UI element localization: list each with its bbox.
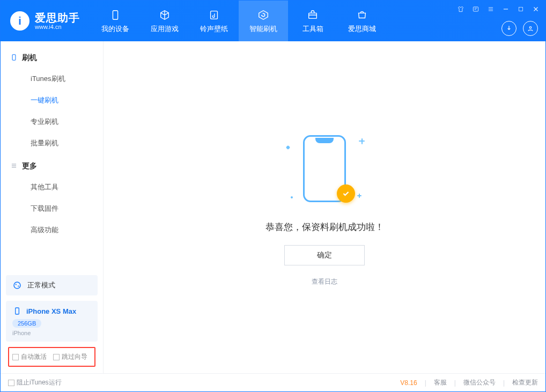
minimize-button[interactable] bbox=[501, 5, 510, 13]
bottom-options-highlight: 自动激活 跳过向导 bbox=[8, 347, 95, 367]
cube-icon bbox=[158, 8, 172, 22]
toolbox-icon bbox=[306, 8, 320, 22]
tab-my-device[interactable]: 我的设备 bbox=[91, 1, 140, 41]
footer-link-wechat[interactable]: 微信公众号 bbox=[463, 378, 496, 387]
auto-activate-label: 自动激活 bbox=[21, 353, 47, 360]
menu-icon[interactable] bbox=[486, 5, 495, 13]
auto-activate-checkbox[interactable]: 自动激活 bbox=[12, 352, 47, 361]
sidebar-item-advanced[interactable]: 高级功能 bbox=[1, 219, 103, 241]
sidebar-item-other-tools[interactable]: 其他工具 bbox=[1, 176, 103, 198]
tab-label: 智能刷机 bbox=[249, 24, 277, 34]
feedback-icon[interactable] bbox=[471, 5, 480, 13]
main-content: 恭喜您，保资料刷机成功啦！ 确定 查看日志 bbox=[104, 41, 545, 373]
ok-button[interactable]: 确定 bbox=[284, 245, 365, 265]
body: 刷机 iTunes刷机 一键刷机 专业刷机 批量刷机 更多 其他工具 下载固件 … bbox=[1, 41, 545, 373]
sidebar-group-more: 更多 bbox=[1, 154, 103, 176]
svg-rect-0 bbox=[113, 11, 117, 20]
skin-icon[interactable] bbox=[456, 5, 465, 13]
check-badge-icon bbox=[337, 184, 355, 203]
app-window: i 爱思助手 www.i4.cn 我的设备 应用游戏 铃声壁纸 智能刷机 bbox=[0, 0, 546, 392]
view-log-link[interactable]: 查看日志 bbox=[312, 277, 337, 286]
sidebar-item-download-firmware[interactable]: 下载固件 bbox=[1, 198, 103, 219]
svg-rect-5 bbox=[519, 8, 523, 11]
app-name: 爱思助手 bbox=[35, 12, 80, 24]
footer-link-update[interactable]: 检查更新 bbox=[512, 378, 538, 387]
skip-guide-label: 跳过向导 bbox=[62, 353, 87, 360]
footer-link-support[interactable]: 客服 bbox=[434, 378, 447, 387]
tab-toolbox[interactable]: 工具箱 bbox=[288, 1, 337, 41]
block-itunes-label: 阻止iTunes运行 bbox=[17, 379, 62, 386]
tab-label: 工具箱 bbox=[302, 24, 323, 34]
svg-point-9 bbox=[18, 285, 19, 286]
close-button[interactable] bbox=[532, 5, 540, 13]
device-card[interactable]: iPhone XS Max 256GB iPhone bbox=[6, 301, 98, 342]
sidebar-item-itunes-flash[interactable]: iTunes刷机 bbox=[1, 68, 103, 90]
tab-label: 我的设备 bbox=[101, 24, 129, 34]
account-button[interactable] bbox=[523, 21, 538, 36]
tab-label: 铃声壁纸 bbox=[200, 24, 228, 34]
skip-guide-checkbox[interactable]: 跳过向导 bbox=[53, 352, 87, 361]
success-illustration bbox=[279, 129, 370, 209]
version-label: V8.16 bbox=[400, 379, 417, 387]
header-right-buttons bbox=[501, 21, 538, 36]
tab-label: 爱思商城 bbox=[348, 24, 376, 34]
device-icon bbox=[108, 8, 122, 22]
svg-point-8 bbox=[16, 284, 17, 285]
list-icon bbox=[10, 162, 18, 171]
device-name: iPhone XS Max bbox=[26, 307, 76, 315]
sidebar-group-flash: 刷机 bbox=[1, 46, 103, 68]
sidebar-bottom: 正常模式 iPhone XS Max 256GB iPhone 自动激活 跳过向… bbox=[1, 271, 103, 373]
header: i 爱思助手 www.i4.cn 我的设备 应用游戏 铃声壁纸 智能刷机 bbox=[1, 1, 545, 41]
mode-icon bbox=[12, 280, 22, 290]
download-button[interactable] bbox=[501, 21, 517, 36]
sidebar-group-title: 更多 bbox=[22, 161, 37, 171]
svg-rect-6 bbox=[12, 54, 16, 60]
app-logo: i 爱思助手 www.i4.cn bbox=[10, 11, 80, 31]
device-type: iPhone bbox=[12, 330, 91, 336]
sidebar: 刷机 iTunes刷机 一键刷机 专业刷机 批量刷机 更多 其他工具 下载固件 … bbox=[1, 41, 104, 373]
sidebar-item-batch-flash[interactable]: 批量刷机 bbox=[1, 132, 103, 154]
block-itunes-checkbox[interactable]: 阻止iTunes运行 bbox=[8, 378, 62, 387]
music-icon bbox=[207, 8, 221, 22]
refresh-icon bbox=[256, 8, 270, 22]
sidebar-group-title: 刷机 bbox=[22, 53, 37, 63]
window-controls bbox=[456, 5, 540, 13]
phone-small-icon bbox=[10, 54, 18, 63]
svg-point-7 bbox=[14, 282, 20, 289]
tab-smart-flash[interactable]: 智能刷机 bbox=[239, 1, 288, 41]
tab-label: 应用游戏 bbox=[151, 24, 179, 34]
sidebar-item-pro-flash[interactable]: 专业刷机 bbox=[1, 111, 103, 132]
tab-apps-games[interactable]: 应用游戏 bbox=[140, 1, 189, 41]
sidebar-item-oneclick-flash[interactable]: 一键刷机 bbox=[1, 90, 103, 111]
app-site: www.i4.cn bbox=[35, 24, 80, 30]
svg-rect-2 bbox=[309, 13, 317, 18]
mode-label: 正常模式 bbox=[27, 280, 55, 290]
store-icon bbox=[355, 8, 369, 22]
logo-icon: i bbox=[10, 11, 29, 31]
device-small-icon bbox=[12, 306, 22, 316]
tab-ringtones-wallpapers[interactable]: 铃声壁纸 bbox=[189, 1, 239, 41]
footer: 阻止iTunes运行 V8.16 | 客服 | 微信公众号 | 检查更新 bbox=[1, 373, 545, 391]
svg-rect-4 bbox=[473, 7, 478, 11]
device-capacity-badge: 256GB bbox=[12, 319, 41, 328]
mode-card[interactable]: 正常模式 bbox=[6, 275, 98, 295]
maximize-button[interactable] bbox=[517, 5, 525, 13]
tab-store[interactable]: 爱思商城 bbox=[337, 1, 387, 41]
success-message: 恭喜您，保资料刷机成功啦！ bbox=[265, 221, 384, 233]
svg-rect-10 bbox=[16, 308, 19, 314]
svg-point-3 bbox=[529, 27, 532, 29]
header-tabs: 我的设备 应用游戏 铃声壁纸 智能刷机 工具箱 爱思商城 bbox=[91, 1, 387, 41]
